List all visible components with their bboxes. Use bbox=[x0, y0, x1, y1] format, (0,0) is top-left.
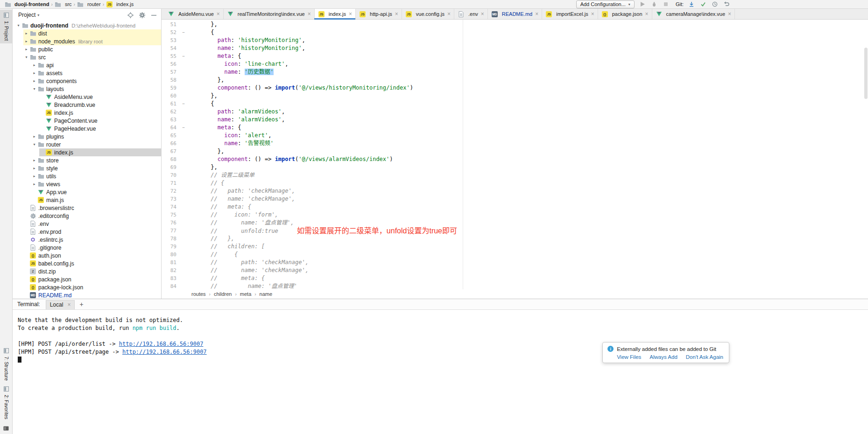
breadcrumb-item-index-js[interactable]: JSindex.js bbox=[105, 1, 135, 7]
chevron-down-icon[interactable]: ▾ bbox=[23, 55, 29, 59]
tree-item-index-js[interactable]: JSindex.js bbox=[13, 109, 161, 117]
close-icon[interactable]: × bbox=[591, 11, 594, 17]
chevron-down-icon[interactable]: ▾ bbox=[15, 23, 21, 28]
editor-tab-importexcel-js[interactable]: JSimportExcel.js× bbox=[542, 9, 598, 19]
git-history-icon[interactable] bbox=[711, 0, 719, 8]
tree-item-breadcrumb-vue[interactable]: Breadcrumb.vue bbox=[13, 101, 161, 109]
tree-item-env[interactable]: .env bbox=[13, 220, 161, 228]
tree-item-app-vue[interactable]: App.vue bbox=[13, 188, 161, 196]
git-rollback-icon[interactable] bbox=[723, 0, 730, 8]
terminal-link[interactable]: http://192.168.66.56:9007 bbox=[122, 349, 207, 355]
toolwindow-button-7-structure[interactable]: 7: Structure bbox=[0, 345, 12, 384]
fold-marker[interactable]: − bbox=[176, 124, 191, 132]
tree-item-editorconfig[interactable]: .editorconfig bbox=[13, 212, 161, 220]
tree-item-browserslistrc[interactable]: .browserslistrc bbox=[13, 204, 161, 212]
editor-tab-package-json[interactable]: {}package.json× bbox=[598, 9, 652, 19]
chevron-right-icon[interactable]: ▸ bbox=[31, 182, 37, 186]
chevron-down-icon[interactable]: ▾ bbox=[37, 13, 39, 17]
tree-item-components[interactable]: ▸components bbox=[13, 77, 161, 85]
tree-item-pageheader-vue[interactable]: PageHeader.vue bbox=[13, 125, 161, 133]
toolwindow-button-1-project[interactable]: 1: Project bbox=[0, 10, 12, 43]
tree-item-dist[interactable]: ▸dist bbox=[13, 29, 161, 37]
tree-item-router[interactable]: ▾router bbox=[13, 140, 161, 148]
close-icon[interactable]: × bbox=[67, 302, 71, 308]
tree-item-pagecontent-vue[interactable]: PageContent.vue bbox=[13, 117, 161, 125]
breadcrumb-item-src[interactable]: src bbox=[53, 1, 73, 7]
toolwindow-switcher-icon[interactable] bbox=[3, 426, 9, 432]
chevron-right-icon[interactable]: ▸ bbox=[31, 79, 37, 83]
tree-item-package-json[interactable]: {}package.json bbox=[13, 275, 161, 283]
breadcrumb-item-children[interactable]: children bbox=[214, 291, 232, 297]
tree-item-babel-config-js[interactable]: JSbabel.config.js bbox=[13, 259, 161, 267]
tree-item-asidemenu-vue[interactable]: AsideMenu.vue bbox=[13, 93, 161, 101]
tree-item-src[interactable]: ▾src bbox=[13, 53, 161, 61]
tree-item-style[interactable]: ▸style bbox=[13, 164, 161, 172]
fold-marker[interactable]: − bbox=[176, 28, 191, 36]
tree-item-env-prod[interactable]: .env.prod bbox=[13, 228, 161, 236]
git-update-icon[interactable] bbox=[688, 0, 695, 8]
chevron-right-icon[interactable]: ▸ bbox=[31, 134, 37, 139]
chevron-right-icon[interactable]: ▸ bbox=[31, 174, 37, 178]
tree-item-views[interactable]: ▸views bbox=[13, 180, 161, 188]
editor-tab-cameramanage-index-vue[interactable]: cameraManage\index.vue× bbox=[652, 9, 735, 19]
editor-tab-readme-md[interactable]: MDREADME.md× bbox=[488, 9, 542, 19]
notification-action-view-files[interactable]: View Files bbox=[617, 354, 641, 360]
editor-scrollbar[interactable] bbox=[864, 48, 868, 99]
chevron-right-icon[interactable]: ▸ bbox=[23, 31, 29, 35]
close-icon[interactable]: × bbox=[395, 11, 398, 17]
tree-item-index-js[interactable]: JSindex.js bbox=[13, 148, 161, 156]
chevron-right-icon[interactable]: ▸ bbox=[31, 71, 37, 75]
add-configuration-button[interactable]: Add Configuration... ▾ bbox=[576, 0, 635, 8]
chevron-down-icon[interactable]: ▾ bbox=[31, 142, 37, 147]
breadcrumb-item-meta[interactable]: meta bbox=[240, 291, 251, 297]
editor-tab-asidemenu-vue[interactable]: AsideMenu.vue× bbox=[164, 9, 224, 19]
tree-item-assets[interactable]: ▸assets bbox=[13, 69, 161, 77]
code-editor[interactable]: 51 },52− {53 path: 'historyMonitoring',5… bbox=[162, 20, 868, 289]
toolwindow-button-2-favorites[interactable]: 2: Favorites bbox=[0, 384, 12, 422]
chevron-right-icon[interactable]: ▸ bbox=[23, 39, 29, 43]
notification-action-always-add[interactable]: Always Add bbox=[649, 354, 677, 360]
hide-panel-icon[interactable] bbox=[150, 11, 157, 19]
close-icon[interactable]: × bbox=[728, 11, 731, 17]
breadcrumb-item-name[interactable]: name bbox=[260, 291, 273, 297]
close-icon[interactable]: × bbox=[645, 11, 649, 17]
editor-tab-env[interactable]: .env× bbox=[454, 9, 488, 19]
chevron-right-icon[interactable]: ▸ bbox=[31, 158, 37, 162]
tree-item-main-js[interactable]: JSmain.js bbox=[13, 196, 161, 204]
tree-item-store[interactable]: ▸store bbox=[13, 156, 161, 164]
tree-item-auth-json[interactable]: {}auth.json bbox=[13, 252, 161, 259]
tree-item-public[interactable]: ▸public bbox=[13, 45, 161, 53]
project-panel-title[interactable]: Project bbox=[18, 12, 35, 18]
editor-tab-realtimemonitoring-index-vue[interactable]: realTimeMonitoring\index.vue× bbox=[224, 9, 315, 19]
tree-item-duoji-frontend[interactable]: ▾duoji-frontendD:\zheheWeb\duoji-fronten… bbox=[13, 21, 161, 29]
breadcrumb-item-router[interactable]: router bbox=[76, 1, 102, 7]
terminal-link[interactable]: http://192.168.66.56:9007 bbox=[119, 341, 204, 347]
close-icon[interactable]: × bbox=[349, 11, 352, 17]
chevron-down-icon[interactable]: ▾ bbox=[31, 87, 37, 91]
close-icon[interactable]: × bbox=[535, 11, 538, 17]
tree-item-node-modules[interactable]: ▸node_moduleslibrary root bbox=[13, 37, 161, 45]
tree-item-layouts[interactable]: ▾layouts bbox=[13, 85, 161, 93]
breadcrumb-item-routes[interactable]: routes bbox=[191, 291, 206, 297]
run-icon[interactable] bbox=[639, 0, 646, 8]
tree-item-dist-zip[interactable]: Zdist.zip bbox=[13, 267, 161, 275]
close-icon[interactable]: × bbox=[447, 11, 451, 17]
breadcrumb-item-duoji-frontend[interactable]: duoji-frontend bbox=[3, 1, 51, 7]
notification-action-don-t-ask-again[interactable]: Don't Ask Again bbox=[686, 354, 723, 360]
chevron-right-icon[interactable]: ▸ bbox=[23, 47, 29, 51]
tree-item-api[interactable]: ▸api bbox=[13, 61, 161, 69]
fold-marker[interactable]: − bbox=[176, 100, 191, 108]
editor-tab-vue-config-js[interactable]: JSvue.config.js× bbox=[402, 9, 454, 19]
stop-icon[interactable] bbox=[662, 0, 670, 8]
tree-item-gitignore[interactable]: .gitignore bbox=[13, 244, 161, 252]
chevron-right-icon[interactable]: ▸ bbox=[31, 166, 37, 170]
close-icon[interactable]: × bbox=[308, 11, 311, 17]
editor-tab-index-js[interactable]: JSindex.js× bbox=[315, 9, 356, 19]
close-icon[interactable]: × bbox=[217, 11, 220, 17]
new-terminal-button[interactable]: + bbox=[79, 301, 83, 308]
tree-item-eslintrc-js[interactable]: .eslintrc.js bbox=[13, 236, 161, 244]
tree-item-readme-md[interactable]: MDREADME.md bbox=[13, 291, 161, 299]
editor-tab-http-api-js[interactable]: JShttp-api.js× bbox=[356, 9, 402, 19]
fold-marker[interactable]: − bbox=[176, 52, 191, 60]
gear-icon[interactable] bbox=[138, 11, 146, 19]
